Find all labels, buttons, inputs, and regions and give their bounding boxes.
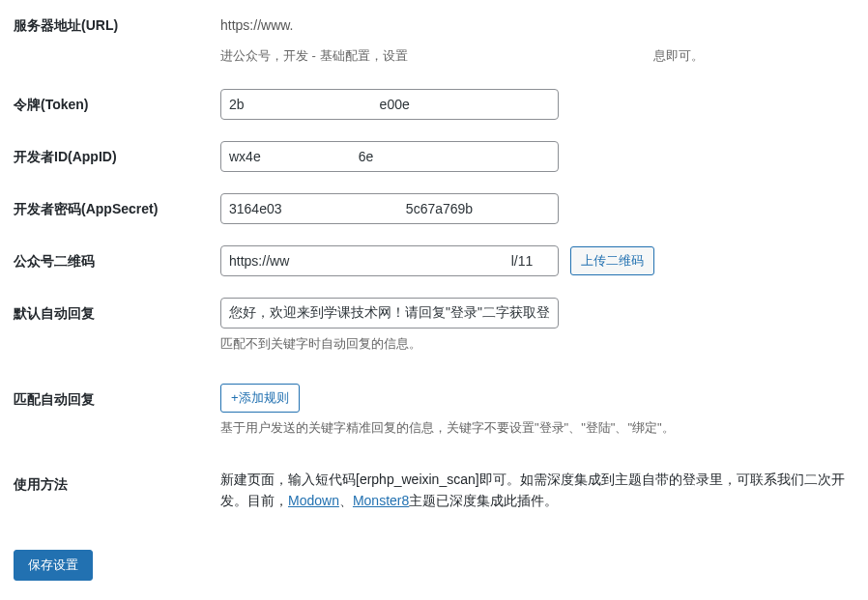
label-appsecret: 开发者密码(AppSecret)	[14, 193, 220, 218]
row-server-url: 服务器地址(URL) https://www.	[14, 10, 854, 35]
label-server-url: 服务器地址(URL)	[14, 10, 220, 35]
row-appsecret: 开发者密码(AppSecret)	[14, 193, 854, 224]
settings-form: 服务器地址(URL) https://www. 进公众号，开发 - 基础配置，设…	[14, 10, 854, 581]
save-button[interactable]: 保存设置	[14, 550, 93, 581]
field-server-url: https://www.	[220, 10, 854, 33]
appid-input[interactable]	[220, 141, 559, 172]
label-match-reply: 匹配自动回复	[14, 384, 220, 409]
row-default-reply: 默认自动回复 匹配不到关键字时自动回复的信息。	[14, 298, 854, 354]
row-match-reply: 匹配自动回复 +添加规则 基于用户发送的关键字精准回复的信息，关键字不要设置"登…	[14, 384, 854, 438]
row-appid: 开发者ID(AppID)	[14, 141, 854, 172]
link-modown[interactable]: Modown	[288, 493, 339, 508]
label-default-reply: 默认自动回复	[14, 298, 220, 323]
label-usage: 使用方法	[14, 469, 220, 494]
add-rule-button[interactable]: +添加规则	[220, 384, 300, 413]
token-input[interactable]	[220, 89, 559, 120]
qrcode-input[interactable]	[220, 245, 559, 276]
server-url-value: https://www.	[220, 10, 854, 33]
label-token: 令牌(Token)	[14, 89, 220, 114]
row-token: 令牌(Token)	[14, 89, 854, 120]
label-qrcode: 公众号二维码	[14, 245, 220, 271]
row-usage: 使用方法 新建页面，输入短代码[erphp_weixin_scan]即可。如需深…	[14, 469, 854, 512]
label-appid: 开发者ID(AppID)	[14, 141, 220, 166]
default-reply-input[interactable]	[220, 298, 559, 329]
appsecret-input[interactable]	[220, 193, 559, 224]
server-url-description: 进公众号，开发 - 基础配置，设置 息即可。	[220, 46, 854, 66]
upload-qrcode-button[interactable]: 上传二维码	[570, 246, 654, 275]
default-reply-description: 匹配不到关键字时自动回复的信息。	[220, 334, 854, 354]
row-qrcode: 公众号二维码 上传二维码	[14, 245, 854, 276]
match-reply-description: 基于用户发送的关键字精准回复的信息，关键字不要设置"登录"、"登陆"、"绑定"。	[220, 418, 854, 438]
link-monster8[interactable]: Monster8	[353, 493, 409, 508]
usage-text: 新建页面，输入短代码[erphp_weixin_scan]即可。如需深度集成到主…	[220, 469, 854, 512]
